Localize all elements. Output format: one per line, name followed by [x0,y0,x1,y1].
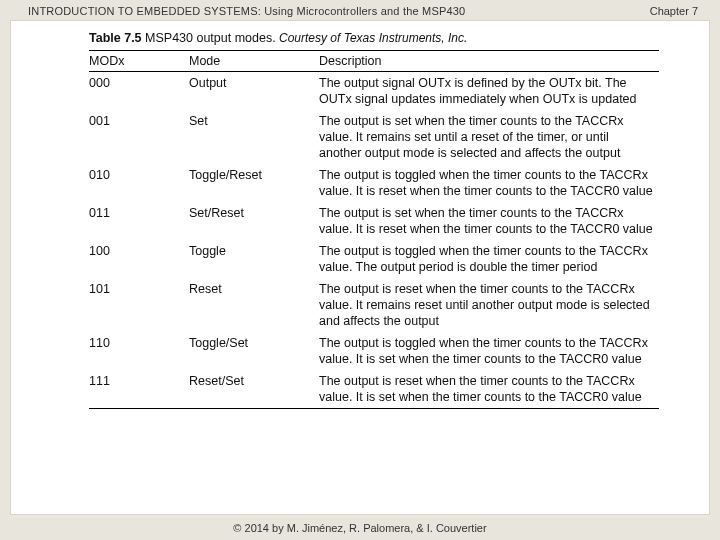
cell-description: The output is toggled when the timer cou… [319,164,659,202]
table-rule-bottom [89,408,659,409]
cell-modx: 001 [89,110,189,164]
table-row: 101ResetThe output is reset when the tim… [89,278,659,332]
table-row: 100ToggleThe output is toggled when the … [89,240,659,278]
cell-modx: 101 [89,278,189,332]
cell-description: The output is toggled when the timer cou… [319,332,659,370]
book-title-block: INTRODUCTION TO EMBEDDED SYSTEMS: Using … [28,5,465,17]
cell-mode: Reset/Set [189,370,319,408]
cell-mode: Toggle [189,240,319,278]
cell-description: The output signal OUTx is defined by the… [319,72,659,110]
col-header-mode: Mode [189,51,319,71]
table-row: 111Reset/SetThe output is reset when the… [89,370,659,408]
table-row: 011Set/ResetThe output is set when the t… [89,202,659,240]
cell-mode: Toggle/Set [189,332,319,370]
page-footer: © 2014 by M. Jiménez, R. Palomera, & I. … [0,522,720,534]
cell-modx: 000 [89,72,189,110]
table-title: MSP430 output modes. [142,31,276,45]
table-courtesy: Courtesy of Texas Instruments, Inc. [276,31,468,45]
cell-mode: Set [189,110,319,164]
table-row: 110Toggle/SetThe output is toggled when … [89,332,659,370]
table-container: Table 7.5 MSP430 output modes. Courtesy … [89,29,659,409]
table-row: 001SetThe output is set when the timer c… [89,110,659,164]
table-header-row: MODx Mode Description [89,51,659,71]
cell-description: The output is reset when the timer count… [319,278,659,332]
cell-modx: 110 [89,332,189,370]
cell-description: The output is reset when the timer count… [319,370,659,408]
book-subtitle: Using Microcontrollers and the MSP430 [261,5,465,17]
table-row: 000OutputThe output signal OUTx is defin… [89,72,659,110]
cell-modx: 111 [89,370,189,408]
page-header: INTRODUCTION TO EMBEDDED SYSTEMS: Using … [0,0,720,20]
cell-modx: 011 [89,202,189,240]
cell-description: The output is set when the timer counts … [319,110,659,164]
col-header-desc: Description [319,51,659,71]
cell-mode: Set/Reset [189,202,319,240]
cell-mode: Reset [189,278,319,332]
book-title: INTRODUCTION TO EMBEDDED SYSTEMS: [28,5,261,17]
table-caption: Table 7.5 MSP430 output modes. Courtesy … [89,29,659,50]
cell-description: The output is set when the timer counts … [319,202,659,240]
page-frame: Table 7.5 MSP430 output modes. Courtesy … [10,20,710,515]
cell-description: The output is toggled when the timer cou… [319,240,659,278]
table-number: Table 7.5 [89,31,142,45]
cell-modx: 010 [89,164,189,202]
col-header-modx: MODx [89,51,189,71]
cell-mode: Toggle/Reset [189,164,319,202]
table-row: 010Toggle/ResetThe output is toggled whe… [89,164,659,202]
chapter-label: Chapter 7 [650,5,698,17]
cell-mode: Output [189,72,319,110]
cell-modx: 100 [89,240,189,278]
copyright-text: © 2014 by M. Jiménez, R. Palomera, & I. … [233,522,486,534]
output-modes-table: MODx Mode Description 000OutputThe outpu… [89,51,659,408]
